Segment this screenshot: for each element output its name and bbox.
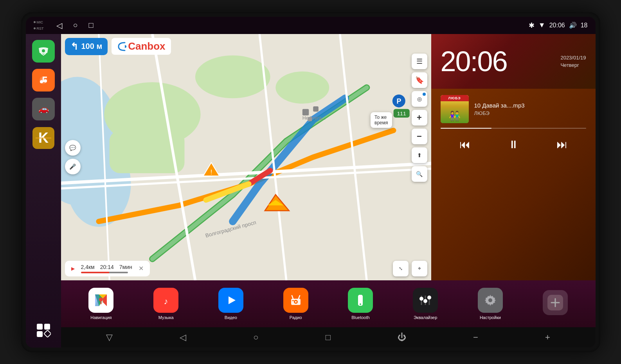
app-equalizer-label: Эквалайзер <box>414 315 437 320</box>
map-zoom-out-btn[interactable]: − <box>412 129 427 144</box>
track-artist: ЛЮБЭ <box>474 110 586 116</box>
svg-point-23 <box>195 55 270 98</box>
bottom-nav: ▽ ◁ ○ □ ⏻ − + <box>61 327 596 348</box>
map-tooltip: То жевремя <box>371 112 392 128</box>
app-add[interactable] <box>543 290 568 317</box>
svg-text:♪: ♪ <box>164 296 168 306</box>
svg-point-65 <box>423 299 427 303</box>
map-overview-btn[interactable]: ⤡ <box>393 261 409 276</box>
map-search-btn[interactable]: 🔍 <box>412 166 427 182</box>
home-nav-icon[interactable]: ○ <box>73 21 78 30</box>
music-progress-bar[interactable] <box>441 128 586 129</box>
map-mic-btn[interactable]: 🎤 <box>65 159 81 174</box>
app-bluetooth[interactable]: Bluetooth <box>348 288 373 320</box>
map-info-close-btn[interactable]: ✕ <box>139 265 144 272</box>
app-radio[interactable]: Радио <box>283 288 308 320</box>
map-zoom-in-btn[interactable]: + <box>412 110 427 126</box>
nav-home-btn[interactable]: ○ <box>247 329 265 346</box>
svg-text:🚗: 🚗 <box>38 104 49 114</box>
mic-label: MIC <box>37 20 43 24</box>
map-bookmark-btn[interactable]: 🔖 <box>412 72 427 88</box>
sidebar-car-btn[interactable]: 🚗 <box>32 98 55 120</box>
app-navigation-label: Навигация <box>90 315 112 320</box>
album-band-name: ЛЮБЭ <box>441 95 469 101</box>
music-pause-btn[interactable]: ⏸ <box>505 135 522 154</box>
app-navigation[interactable]: Навигация <box>88 288 113 320</box>
svg-point-56 <box>295 301 297 303</box>
clock-date-display: 2023/01/19 Четверг <box>560 55 586 68</box>
svg-marker-44 <box>125 45 126 48</box>
nav-plus-btn[interactable]: + <box>539 329 556 346</box>
maps-app-icon <box>88 288 113 313</box>
app-video-label: Видео <box>225 315 237 320</box>
route-progress-bar <box>81 272 128 273</box>
svg-point-5 <box>40 80 43 83</box>
app-music[interactable]: ♪ Музыка <box>153 288 178 320</box>
svg-rect-57 <box>292 300 294 301</box>
wifi-status-icon: ▼ <box>538 21 545 29</box>
map-activity-btn[interactable]: ◎ <box>412 91 427 107</box>
svg-point-69 <box>488 298 492 302</box>
map-info-box: ▶ 2,4км 20:14 7мин ✕ <box>65 261 150 276</box>
map-bottom: ▶ 2,4км 20:14 7мин ✕ <box>65 261 427 276</box>
svg-rect-35 <box>308 117 312 121</box>
route-minutes: 7мин <box>119 264 132 270</box>
device-frame: MIC RST ◁ ○ □ ✱ ▼ 20:06 🔊 18 <box>21 12 600 352</box>
app-equalizer[interactable]: Эквалайзер <box>413 288 438 320</box>
status-nav-left: MIC RST ◁ ○ □ <box>34 20 94 30</box>
back-nav-icon[interactable]: ◁ <box>56 21 62 30</box>
app-settings-label: Настройки <box>480 315 501 320</box>
svg-point-6 <box>44 79 47 82</box>
music-prev-btn[interactable]: ⏮ <box>456 135 473 154</box>
svg-point-59 <box>360 303 361 305</box>
route-distance: 2,4км <box>81 264 95 270</box>
sidebar-grid-btn[interactable] <box>32 319 55 342</box>
svg-rect-16 <box>37 331 43 337</box>
recents-nav-icon[interactable]: □ <box>89 21 94 30</box>
sidebar: 🚗 K <box>26 34 61 348</box>
svg-point-46 <box>99 298 103 301</box>
rst-label: RST <box>37 27 44 30</box>
main-content: 🚗 K <box>26 34 596 348</box>
music-track-info: ЛЮБЭ 👫 10 Давай за....mp3 ЛЮБЭ <box>441 95 586 123</box>
nav-minus-btn[interactable]: − <box>467 329 484 346</box>
music-panel: ЛЮБЭ 👫 10 Давай за....mp3 ЛЮБЭ <box>431 89 596 280</box>
clock-date-line: 2023/01/19 <box>560 55 586 61</box>
svg-text:Нефтега...: Нефтега... <box>302 115 325 121</box>
track-details: 10 Давай за....mp3 ЛЮБЭ <box>474 102 586 116</box>
svg-rect-33 <box>302 109 308 115</box>
top-panels: Волгоградский просп Нефтега... P <box>61 34 596 280</box>
route-time-arrival: 20:14 <box>100 264 114 270</box>
map-menu-btn[interactable]: ☰ <box>412 54 427 69</box>
app-radio-label: Радио <box>290 315 302 320</box>
app-settings[interactable]: Настройки <box>478 288 503 320</box>
sidebar-music-btn[interactable] <box>32 69 55 91</box>
album-art: ЛЮБЭ 👫 <box>441 95 469 123</box>
svg-point-66 <box>427 296 431 299</box>
add-app-icon <box>543 290 568 315</box>
music-next-btn[interactable]: ⏭ <box>553 135 571 154</box>
device-screen: MIC RST ◁ ○ □ ✱ ▼ 20:06 🔊 18 <box>26 17 596 348</box>
map-compass-btn[interactable]: ⌖ <box>412 261 427 276</box>
video-app-icon <box>218 288 243 313</box>
map-share-btn[interactable]: ⬆ <box>412 147 427 163</box>
nav-power-btn[interactable]: ⏻ <box>391 329 412 346</box>
svg-rect-34 <box>313 106 319 111</box>
nav-back-btn[interactable]: ◁ <box>173 329 193 346</box>
map-panel[interactable]: Волгоградский просп Нефтега... P <box>61 34 431 280</box>
svg-rect-14 <box>37 324 43 330</box>
sidebar-klok-btn[interactable]: K <box>32 127 55 149</box>
volume-icon: 🔊 <box>569 22 577 29</box>
radio-app-icon <box>283 288 308 313</box>
svg-text:!: ! <box>210 168 212 175</box>
map-chat-btn[interactable]: 💬 <box>65 140 81 156</box>
app-video[interactable]: Видео <box>218 288 243 320</box>
settings-app-icon <box>478 288 503 313</box>
music-controls: ⏮ ⏸ ⏭ <box>441 135 586 154</box>
app-music-label: Музыка <box>158 315 174 320</box>
sidebar-carplay-btn[interactable] <box>32 40 55 63</box>
track-name: 10 Давай за....mp3 <box>474 102 586 109</box>
nav-down-btn[interactable]: ▽ <box>100 329 119 346</box>
nav-recents-btn[interactable]: □ <box>319 329 337 346</box>
status-right: ✱ ▼ 20:06 🔊 18 <box>529 21 588 30</box>
